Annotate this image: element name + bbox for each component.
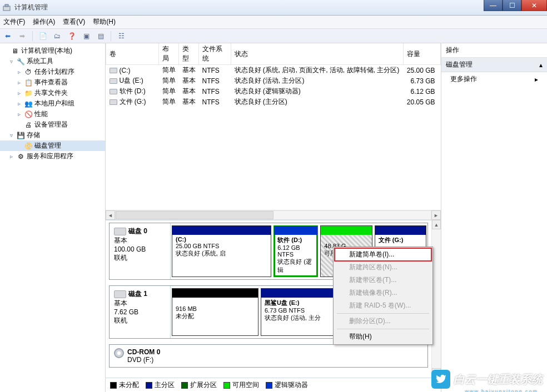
cdrom-name: CD-ROM 0: [127, 348, 160, 356]
legend-label: 主分区: [155, 381, 175, 389]
table-row[interactable]: (C:)简单基本NTFS状态良好 (系统, 启动, 页面文件, 活动, 故障转储…: [106, 65, 441, 76]
tree-shared-folders[interactable]: ▹📁共享文件夹: [0, 88, 105, 98]
partition-status: 状态良好 (逻辑: [277, 258, 312, 273]
table-row[interactable]: 文件 (G:)简单基本NTFS状态良好 (主分区)20.05 GB: [106, 97, 441, 107]
tree-label: 共享文件夹: [34, 88, 68, 98]
menu-delete-partition: 删除分区(D)...: [335, 315, 431, 328]
watermark: 白云一键重装系统 www.baiyunxitong.com: [431, 370, 543, 389]
actions-section[interactable]: 磁盘管理 ▴: [441, 58, 547, 72]
menu-help[interactable]: 帮助(H): [335, 330, 431, 343]
legend-label: 逻辑驱动器: [275, 381, 308, 389]
th-status[interactable]: 状态: [231, 43, 404, 65]
app-icon: [2, 3, 11, 12]
menu-help[interactable]: 帮助(H): [93, 17, 116, 27]
volume-icon: [110, 78, 117, 84]
volume-icon: [110, 89, 117, 94]
back-button[interactable]: ⬅: [2, 31, 13, 42]
tree-performance[interactable]: ▹🚫性能: [0, 109, 105, 119]
tree-task-scheduler[interactable]: ▹⏱任务计划程序: [0, 67, 105, 77]
volume-table[interactable]: 卷 布局 类型 文件系统 状态 容量 (C:)简单基本NTFS状态良好 (系统,…: [106, 43, 441, 107]
partition-d[interactable]: 软件 (D:) 6.12 GB NTFS 状态良好 (逻辑: [274, 225, 318, 277]
menu-view[interactable]: 查看(V): [63, 17, 85, 27]
th-layout[interactable]: 布局: [159, 43, 179, 65]
tree-label: 本地用户和组: [34, 99, 74, 108]
menu-new-raid5-volume: 新建 RAID-5 卷(W)...: [335, 299, 431, 312]
nav-tree[interactable]: 🖥计算机管理(本地) ▿🔧系统工具 ▹⏱任务计划程序 ▹📋事件查看器 ▹📁共享文…: [0, 43, 106, 392]
window-controls: — ☐ ✕: [484, 0, 547, 11]
context-menu: 新建简单卷(I)... 新建跨区卷(N)... 新建带区卷(T)... 新建镜像…: [333, 247, 433, 345]
tree-label: 存储: [27, 130, 40, 140]
toolbar-icon-1[interactable]: 📄: [37, 31, 48, 42]
tree-system-tools[interactable]: ▿🔧系统工具: [0, 56, 105, 67]
menu-new-simple-volume[interactable]: 新建简单卷(I)...: [335, 248, 431, 261]
collapse-icon[interactable]: ▴: [539, 61, 543, 69]
th-capacity[interactable]: 容量: [404, 43, 441, 65]
minimize-button[interactable]: —: [484, 0, 503, 11]
th-fs[interactable]: 文件系统: [199, 43, 231, 65]
actions-section-label: 磁盘管理: [446, 60, 473, 69]
disk-icon: [114, 228, 126, 235]
more-actions[interactable]: 更多操作 ▸: [441, 72, 547, 86]
table-row[interactable]: 软件 (D:)简单基本NTFS状态良好 (逻辑驱动器)6.12 GB: [106, 86, 441, 97]
menu-new-striped-volume: 新建带区卷(T)...: [335, 274, 431, 287]
maximize-button[interactable]: ☐: [503, 0, 521, 11]
disk-icon: [114, 290, 126, 298]
tree-label: 系统工具: [27, 57, 53, 66]
toolbar-icon-5[interactable]: ▤: [95, 31, 106, 42]
forward-button[interactable]: ➡: [17, 31, 28, 42]
tree-services-apps[interactable]: ▹⚙服务和应用程序: [0, 151, 105, 162]
disk-size: 100.00 GB: [114, 245, 166, 253]
partition-unallocated[interactable]: 916 MB 未分配: [172, 288, 258, 336]
svg-rect-1: [5, 4, 8, 7]
watermark-url: www.baiyunxitong.com: [465, 389, 538, 392]
window-title: 计算机管理: [14, 3, 48, 12]
toolbar-icon-6[interactable]: ☷: [116, 31, 127, 42]
legend-swatch-logical: [266, 382, 272, 389]
scroll-thumb[interactable]: [116, 211, 274, 219]
disk-0-info[interactable]: 磁盘 0 基本 100.00 GB 联机: [110, 223, 171, 279]
tree-root[interactable]: 🖥计算机管理(本地): [0, 46, 105, 56]
tree-device-manager[interactable]: 🖨设备管理器: [0, 119, 105, 130]
toolbar-icon-3[interactable]: ❓: [66, 31, 77, 42]
horizontal-scrollbar[interactable]: ◄ ►: [106, 210, 441, 220]
chevron-right-icon: ▸: [535, 76, 538, 83]
tree-label: 设备管理器: [34, 120, 68, 129]
partition-title: (C:): [176, 236, 186, 243]
legend-swatch-primary: [146, 382, 152, 389]
toolbar-icon-4[interactable]: ▣: [81, 31, 92, 42]
volume-icon: [110, 68, 117, 73]
menu-new-spanned-volume: 新建跨区卷(N)...: [335, 261, 431, 274]
disk-1-info[interactable]: 磁盘 1 基本 7.62 GB 联机: [110, 286, 171, 338]
th-volume[interactable]: 卷: [106, 43, 159, 65]
menu-action[interactable]: 操作(A): [33, 17, 55, 27]
tree-storage[interactable]: ▿💾存储: [0, 130, 105, 140]
legend-label: 未分配: [119, 381, 139, 389]
tree-disk-management[interactable]: 📀磁盘管理: [0, 140, 105, 151]
scroll-left-arrow[interactable]: ◄: [106, 210, 115, 220]
tree-label: 性能: [34, 109, 48, 119]
scroll-up-arrow[interactable]: ▲: [432, 220, 441, 229]
scroll-right-arrow[interactable]: ►: [431, 210, 441, 220]
tree-label: 任务计划程序: [34, 67, 74, 77]
watermark-text: 白云一键重装系统: [454, 372, 543, 387]
disk-type: 基本: [114, 236, 166, 245]
tree-event-viewer[interactable]: ▹📋事件查看器: [0, 77, 105, 88]
cdrom-row[interactable]: CD-ROM 0 DVD (F:): [109, 344, 428, 368]
close-button[interactable]: ✕: [521, 0, 547, 11]
toolbar: ⬅ ➡ 📄 🗂 ❓ ▣ ▤ ☷: [0, 29, 547, 43]
table-row[interactable]: U盘 (E:)简单基本NTFS状态良好 (活动, 主分区)6.73 GB: [106, 76, 441, 86]
cdrom-icon: [114, 348, 124, 358]
legend-label: 扩展分区: [190, 381, 217, 389]
disk-name: 磁盘 1: [128, 290, 147, 298]
menu-file[interactable]: 文件(F): [3, 17, 25, 27]
partition-size: 25.00 GB NTFS: [176, 243, 219, 249]
tree-local-users[interactable]: ▹👥本地用户和组: [0, 98, 105, 109]
toolbar-icon-2[interactable]: 🗂: [52, 31, 63, 42]
menu-new-mirror-volume: 新建镜像卷(R)...: [335, 287, 431, 299]
partition-status: 状态良好 (活动, 主分: [265, 314, 321, 321]
th-type[interactable]: 类型: [179, 43, 199, 65]
volume-icon: [110, 99, 117, 105]
partition-c[interactable]: (C:) 25.00 GB NTFS 状态良好 (系统, 启: [172, 225, 271, 277]
legend-label: 可用空间: [232, 381, 259, 389]
partition-title: 软件 (D:): [277, 237, 302, 243]
